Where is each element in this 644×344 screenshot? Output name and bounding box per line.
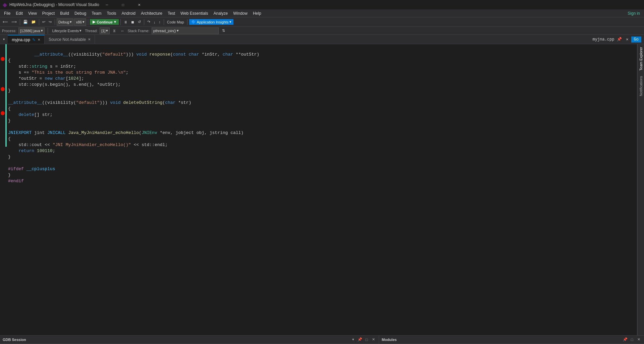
- modules-panel-controls: 📌 □ ✕: [623, 337, 641, 342]
- stackframe-dropdown[interactable]: pthread_join() ▾: [152, 27, 219, 34]
- breakpoint-1[interactable]: [1, 57, 5, 61]
- process-dropdown[interactable]: [12886] java ▾: [18, 27, 45, 34]
- lifecycle-label: Lifecycle Events: [52, 29, 79, 33]
- thread-value: [1]: [101, 29, 105, 33]
- menu-test[interactable]: Test: [165, 10, 178, 16]
- platform-dropdown[interactable]: x86 ▾: [74, 18, 86, 26]
- code-content[interactable]: __attribute__((visibility("default"))) v…: [5, 44, 637, 335]
- forward-button[interactable]: ⟶: [10, 19, 18, 25]
- insights-label: Application Insights: [197, 20, 229, 24]
- stackframe-value: pthread_join(): [153, 29, 176, 33]
- menu-web-essentials[interactable]: Web Essentials: [178, 10, 211, 16]
- debug-config-chevron: ▾: [70, 20, 72, 24]
- menu-view[interactable]: View: [25, 10, 40, 16]
- filter2-button[interactable]: ↔: [119, 28, 125, 33]
- code-map-button[interactable]: Code Map: [166, 19, 185, 25]
- app-title: HttpWebJna (Debugging) - Microsoft Visua…: [9, 2, 99, 7]
- save-button[interactable]: 💾: [22, 19, 29, 25]
- go-button[interactable]: Go: [631, 37, 641, 43]
- tab-nav-dropdown[interactable]: ▾: [0, 35, 8, 44]
- menu-architecture[interactable]: Architecture: [138, 10, 165, 16]
- stop-button[interactable]: ⏹: [129, 19, 136, 25]
- breakpoint-2[interactable]: [1, 87, 5, 91]
- team-explorer-label[interactable]: Team Explorer: [638, 44, 644, 73]
- modules-panel-header: Modules 📌 □ ✕: [379, 336, 644, 344]
- tab-source-not-available[interactable]: Source Not Available ✕: [45, 35, 95, 44]
- gdb-panel-header: GDB Session ▾ 📌 □ ✕: [0, 336, 379, 344]
- lifecycle-events-button[interactable]: Lifecycle Events ▾: [51, 28, 83, 33]
- current-line-indicator: [5, 44, 7, 147]
- tab-spacer: [95, 35, 590, 44]
- vs-logo: ◆: [3, 2, 7, 8]
- modules-panel-title: Modules: [382, 338, 397, 342]
- toolbar-sep-3: [55, 19, 55, 25]
- menu-project[interactable]: Project: [40, 10, 57, 16]
- modules-maximize-btn[interactable]: □: [629, 337, 635, 342]
- undo-button[interactable]: ↩: [41, 19, 47, 25]
- tab-myjna-close[interactable]: ✕: [38, 38, 40, 42]
- toolbar: ⟵ ⟶ 💾 📁 ↩ ↪ Debug ▾ x86 ▾ ▶ Continue ▾ ⏸…: [0, 17, 644, 27]
- restart-button[interactable]: ↺: [137, 19, 142, 25]
- menu-tools[interactable]: Tools: [104, 10, 119, 16]
- close-tab-button[interactable]: ✕: [625, 36, 630, 43]
- menu-analyze[interactable]: Analyze: [211, 10, 231, 16]
- menu-debug[interactable]: Debug: [72, 10, 89, 16]
- tab-bar: ▾ myjna.cpp ✎ ✕ Source Not Available ✕ m…: [0, 35, 644, 44]
- pause-button[interactable]: ⏸: [122, 19, 129, 25]
- platform-label: x86: [76, 20, 82, 24]
- play-icon: ▶: [93, 20, 95, 24]
- menu-file[interactable]: File: [1, 10, 13, 16]
- gdb-maximize-btn[interactable]: □: [364, 337, 369, 342]
- menu-help[interactable]: Help: [250, 10, 264, 16]
- insights-chevron: ▾: [229, 20, 231, 24]
- filter-button[interactable]: ⧖: [112, 28, 117, 33]
- tab-source-close[interactable]: ✕: [88, 38, 91, 41]
- toolbar-sep-4: [88, 19, 88, 25]
- toolbar-sep-8: [187, 19, 187, 25]
- tab-myjna-cpp[interactable]: myjna.cpp ✎ ✕: [8, 35, 45, 44]
- menu-build[interactable]: Build: [57, 10, 72, 16]
- gdb-dropdown-btn[interactable]: ▾: [351, 337, 356, 342]
- menu-window[interactable]: Window: [230, 10, 250, 16]
- application-insights-button[interactable]: 🔷 Application Insights ▾: [189, 19, 234, 25]
- tab-right-area: myjna.cpp 📌 ✕ Go: [590, 35, 644, 44]
- menu-android[interactable]: Android: [119, 10, 138, 16]
- restore-button[interactable]: □: [115, 0, 131, 9]
- minimize-button[interactable]: ─: [99, 0, 115, 9]
- menu-team[interactable]: Team: [89, 10, 104, 16]
- bottom-area: GDB Session ▾ 📌 □ ✕ View mode: User comm…: [0, 335, 644, 344]
- step-into-button[interactable]: ↓: [152, 19, 157, 25]
- platform-chevron: ▾: [83, 20, 85, 24]
- continue-chevron: ▾: [114, 20, 116, 24]
- pin-tab-button[interactable]: 📌: [615, 36, 623, 43]
- right-sidebar: Team Explorer Notifications: [637, 44, 644, 335]
- save-all-button[interactable]: 📁: [30, 19, 37, 25]
- step-over-button[interactable]: ↷: [146, 19, 152, 25]
- thread-chevron: ▾: [106, 28, 108, 33]
- modules-pin-btn[interactable]: 📌: [623, 337, 628, 342]
- modules-close-btn[interactable]: ✕: [636, 337, 641, 342]
- toolbar-sep-1: [20, 19, 20, 25]
- thread-label: Thread:: [85, 29, 98, 33]
- thread-dropdown[interactable]: [1] ▾: [100, 27, 110, 34]
- debug-config-dropdown[interactable]: Debug ▾: [57, 18, 73, 26]
- toolbar-sep-5: [120, 19, 121, 25]
- tab-myjna-label: myjna.cpp: [12, 38, 30, 42]
- menu-edit[interactable]: Edit: [13, 10, 25, 16]
- close-button[interactable]: ✕: [131, 0, 147, 9]
- continue-label: Continue: [97, 20, 113, 24]
- stackframe-nav-button[interactable]: ⇅: [221, 28, 226, 33]
- debug-config-label: Debug: [58, 20, 69, 24]
- gdb-pin-btn[interactable]: 📌: [357, 337, 363, 342]
- redo-button[interactable]: ↪: [47, 19, 53, 25]
- back-button[interactable]: ⟵: [1, 19, 9, 25]
- breakpoint-3[interactable]: [1, 111, 5, 115]
- sign-in-button[interactable]: Sign in: [625, 10, 643, 16]
- notifications-label[interactable]: Notifications: [638, 73, 644, 99]
- step-out-button[interactable]: ↑: [157, 19, 162, 25]
- toolbar-sep-2: [39, 19, 39, 25]
- continue-button[interactable]: ▶ Continue ▾: [90, 19, 119, 25]
- gdb-close-btn[interactable]: ✕: [371, 337, 376, 342]
- debug-bar: Process: [12886] java ▾ Lifecycle Events…: [0, 27, 644, 35]
- code-editor[interactable]: __attribute__((visibility("default"))) v…: [0, 44, 637, 335]
